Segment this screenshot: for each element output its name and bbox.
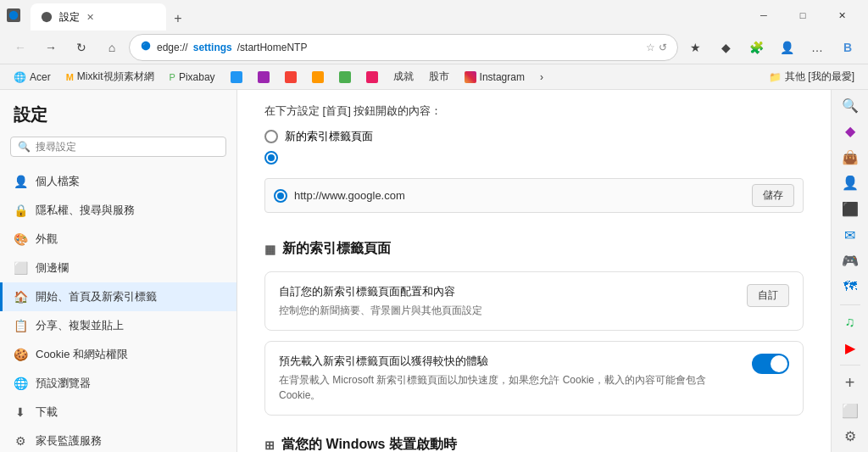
bookmark-5[interactable] (251, 70, 276, 85)
right-maps-button[interactable]: 🗺 (835, 275, 865, 299)
extensions-button[interactable]: 🧩 (743, 34, 770, 61)
bookmarks-more-arrow[interactable]: › (533, 70, 550, 85)
forward-button[interactable]: → (37, 34, 64, 61)
bookmark-label: 成就 (393, 70, 414, 84)
toolbar: ← → ↻ ⌂ edge://settings/startHomeNTP ☆ ↺… (0, 31, 868, 64)
bookmark-label: Acer (30, 71, 51, 83)
favorites-button[interactable]: ★ (682, 34, 709, 61)
right-add-button[interactable]: + (835, 371, 865, 395)
bookmark-label: Pixabay (179, 71, 215, 83)
close-button[interactable]: ✕ (822, 0, 861, 31)
bookmark-icon: 🌐 (14, 71, 26, 83)
bookmarks-other[interactable]: 📁 其他 [我的最愛] (762, 68, 861, 86)
download-icon: ⬇ (14, 405, 27, 419)
maximize-button[interactable]: □ (783, 0, 822, 31)
right-sidebar-divider2 (840, 365, 860, 366)
minimize-button[interactable]: ─ (744, 0, 783, 31)
home-button[interactable]: ⌂ (98, 34, 125, 61)
nav-item-download[interactable]: ⬇ 下載 (0, 398, 236, 427)
nav-item-cookies[interactable]: 🍪 Cookie 和網站權限 (0, 340, 236, 369)
right-collections-button[interactable]: ◆ (835, 120, 865, 144)
windows-section-header: ⊞ 當您的 Windows 裝置啟動時 (264, 429, 804, 452)
tab-area: 設定 ✕ + (24, 0, 741, 31)
preload-card-desc: 在背景載入 Microsoft 新索引標籤頁面以加快速度，如果您允許 Cooki… (279, 372, 738, 403)
bookmarks-other-label: 其他 [我的最愛] (785, 70, 854, 84)
nav-item-profile[interactable]: 👤 個人檔案 (0, 167, 236, 196)
nav-item-appearance[interactable]: 🎨 外觀 (0, 225, 236, 254)
right-search-button[interactable]: 🔍 (835, 93, 865, 118)
address-bar[interactable]: edge://settings/startHomeNTP ☆ ↺ (129, 34, 678, 61)
bookmark-favicon (312, 71, 324, 83)
right-tablet-button[interactable]: ⬜ (835, 399, 865, 423)
bing-button[interactable]: B (834, 34, 861, 61)
right-spotify-button[interactable]: ♫ (835, 310, 865, 334)
nav-item-start[interactable]: 🏠 開始、首頁及新索引標籤 (0, 282, 236, 311)
settings-tab-icon (41, 11, 53, 23)
url-input-row: 儲存 (264, 178, 804, 213)
radio-newtab[interactable]: 新的索引標籤頁面 (264, 129, 804, 144)
edge-logo (140, 40, 152, 54)
bookmark-label: 股市 (429, 70, 449, 84)
right-youtube-button[interactable]: ▶ (835, 336, 865, 360)
sidebar-search-box[interactable]: 🔍 (10, 137, 226, 157)
nav-label: 家長監護服務 (36, 433, 102, 449)
radio-url[interactable] (264, 151, 804, 165)
bookmark-mixkit[interactable]: M Mixkit視頻素材網 (59, 68, 161, 86)
tab-close-btn[interactable]: ✕ (86, 12, 94, 23)
customize-card-info: 自訂您的新索引標籤頁面配置和內容 控制您的新聞摘要、背景圖片與其他頁面設定 (279, 284, 733, 318)
nav-label: 預設瀏覽器 (36, 376, 91, 391)
nav-item-privacy[interactable]: 🔒 隱私權、搜尋與服務 (0, 196, 236, 225)
new-tab-button[interactable]: + (166, 7, 190, 31)
bookmark-4[interactable] (224, 70, 249, 85)
bookmark-favicon (285, 71, 297, 83)
customize-card-title: 自訂您的新索引標籤頁面配置和內容 (279, 284, 733, 299)
customize-button[interactable]: 自訂 (747, 284, 789, 307)
right-games-button[interactable]: 🎮 (835, 248, 865, 273)
more-button[interactable]: … (804, 34, 831, 61)
save-url-button[interactable]: 儲存 (752, 184, 794, 207)
star-icon[interactable]: ☆ (646, 42, 655, 53)
right-office-button[interactable]: ⬛ (835, 197, 865, 221)
right-outlook-button[interactable]: ✉ (835, 223, 865, 248)
appearance-icon: 🎨 (14, 232, 27, 246)
profile-button[interactable]: 👤 (773, 34, 800, 61)
right-sidebar-divider (840, 304, 860, 305)
bookmark-instagram[interactable]: Instagram (458, 70, 531, 85)
right-settings-button[interactable]: ⚙ (835, 424, 865, 449)
nav-item-default-browser[interactable]: 🌐 預設瀏覽器 (0, 369, 236, 398)
bookmark-pixabay[interactable]: P Pixabay (163, 70, 222, 85)
bookmark-7[interactable] (305, 70, 331, 85)
nav-item-sidebar[interactable]: ⬜ 側邊欄 (0, 254, 236, 282)
address-text-settings: settings (193, 42, 232, 53)
collections-button[interactable]: ◆ (712, 34, 739, 61)
bookmark-achievement[interactable]: 成就 (387, 68, 420, 86)
nav-item-family[interactable]: ⚙ 家長監護服務 (0, 427, 236, 452)
address-text-suffix: /startHomeNTP (237, 42, 308, 53)
right-profile-button[interactable]: 👤 (835, 171, 865, 196)
bookmark-acer[interactable]: 🌐 Acer (7, 70, 58, 85)
share-icon: 📋 (14, 319, 27, 332)
refresh-icon[interactable]: ↺ (659, 42, 667, 53)
windows-section-title: 當您的 Windows 裝置啟動時 (281, 436, 457, 452)
active-tab[interactable]: 設定 ✕ (31, 3, 166, 31)
nav-item-share[interactable]: 📋 分享、複製並貼上 (0, 311, 236, 340)
tab-label: 設定 (59, 10, 80, 25)
back-button[interactable]: ← (7, 34, 34, 61)
preload-toggle[interactable] (752, 354, 789, 374)
refresh-button[interactable]: ↻ (68, 34, 95, 61)
search-input[interactable] (36, 141, 219, 153)
bookmark-8[interactable] (332, 70, 358, 85)
nav-label: Cookie 和網站權限 (36, 347, 128, 362)
bookmark-9[interactable] (359, 70, 385, 85)
search-icon: 🔍 (18, 141, 31, 153)
bookmark-stocks[interactable]: 股市 (422, 68, 456, 86)
bookmark-favicon (465, 71, 476, 83)
svg-point-1 (42, 12, 52, 22)
url-input-field[interactable] (294, 189, 745, 202)
bookmark-6[interactable] (278, 70, 303, 85)
right-wallet-button[interactable]: 👜 (835, 145, 865, 170)
nav-label: 外觀 (36, 232, 58, 247)
radio-group: 新的索引標籤頁面 (264, 129, 804, 165)
customize-card-desc: 控制您的新聞摘要、背景圖片與其他頁面設定 (279, 303, 733, 318)
bookmark-icon: P (170, 72, 175, 82)
